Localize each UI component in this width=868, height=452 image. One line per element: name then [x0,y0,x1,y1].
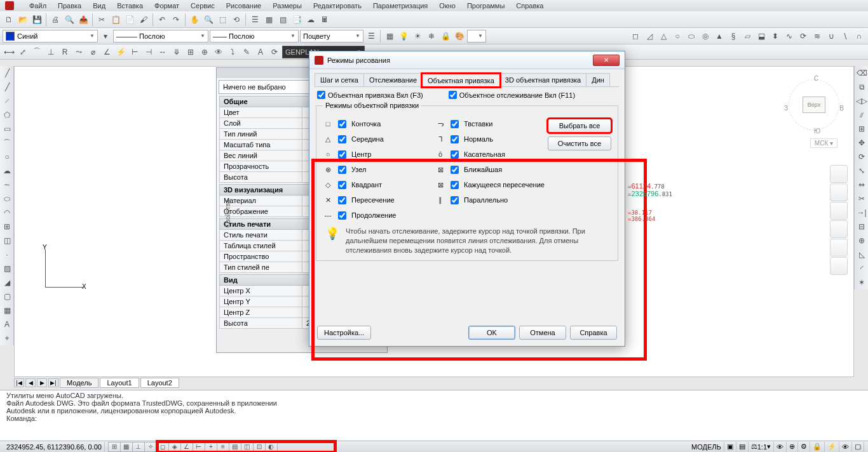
help-button[interactable]: Справка [570,326,617,340]
ellipse-icon[interactable]: ⬭ [1,192,13,205]
markup-icon[interactable]: ☁ [304,13,317,26]
am-mode-icon[interactable]: ◐ [265,442,278,452]
mtext-icon[interactable]: A [1,318,13,331]
rewind-icon[interactable] [830,257,848,275]
zoom-prev-icon[interactable]: ⟲ [230,13,243,26]
settings-button[interactable]: Настройка... [317,326,371,340]
menu-window[interactable]: Окно [439,2,456,10]
erase-icon[interactable]: ⌫ [855,67,868,79]
osnap-checkbox[interactable] [451,120,459,128]
cylinder-icon[interactable]: ⬭ [685,30,698,43]
tpy-mode-icon[interactable]: ▤ [229,442,241,452]
dim-baseline-icon[interactable]: ⊢ [128,46,141,58]
toolpal-icon[interactable]: ▤ [276,13,289,26]
light-icon[interactable]: 💡 [397,30,410,43]
osnap-checkbox[interactable] [451,150,459,159]
small-combo[interactable]: ▼ [467,30,486,43]
osnap-checkbox[interactable] [338,120,346,128]
showmotion-icon[interactable] [830,239,848,256]
menu-tools[interactable]: Сервис [191,2,215,10]
mirror-icon[interactable]: ◁▷ [855,95,868,107]
extend-icon[interactable]: →| [855,206,868,219]
hardware-accel-icon[interactable]: ⚡ [825,442,839,452]
annoscale-readout[interactable]: ⚖ 1:1 ▾ [749,442,774,452]
freeze-icon[interactable]: ❄ [425,30,438,43]
pan-icon[interactable]: ✋ [188,13,201,26]
osnap-checkbox[interactable] [338,150,346,159]
offset-icon[interactable]: ⫽ [855,109,868,121]
tab-nav-prev[interactable]: ◀ [25,378,36,387]
command-line[interactable]: Утилиты меню AutoCAD загружены. Файл Aut… [0,390,868,441]
workspace-icon[interactable]: ⚙ [798,442,810,452]
properties-icon[interactable]: ☰ [248,13,261,26]
pan-nav-icon[interactable] [830,183,848,201]
scale-icon[interactable]: ⤡ [855,164,868,177]
extrude-icon[interactable]: ⬓ [755,30,768,43]
dim-continue-icon[interactable]: ⊣ [142,46,155,58]
subtract-icon[interactable]: ∖ [839,30,851,43]
intersect-icon[interactable]: ∩ [853,30,865,43]
sphere-icon[interactable]: ○ [671,30,684,43]
preview-icon[interactable]: 🔍 [63,13,76,26]
centermark-icon[interactable]: ⊕ [198,46,211,58]
menu-view[interactable]: Вид [93,2,105,10]
layer-btn-icon[interactable]: ▾ [99,30,112,43]
layer-mgr-icon[interactable]: ▦ [383,30,396,43]
coord-system-label[interactable]: МСК ▾ [810,138,837,148]
pyramid-icon[interactable]: ▲ [713,30,726,43]
tab-layout1[interactable]: Layout1 [100,378,139,388]
circle-icon[interactable]: ○ [1,150,13,163]
dim-space-icon[interactable]: ↔ [156,46,169,58]
box-icon[interactable]: ◻ [629,30,642,43]
matchprop-icon[interactable]: 🖌 [137,13,150,26]
ellipsearc-icon[interactable]: ◠ [1,206,13,219]
new-icon[interactable]: 🗋 [3,13,15,26]
sun-icon[interactable]: ☀ [411,30,424,43]
menu-format[interactable]: Формат [154,2,179,10]
tab-dynamic[interactable]: Дин [586,73,610,86]
inspect-icon[interactable]: 👁 [212,46,225,58]
dim-aligned-icon[interactable]: ⤢ [17,46,29,58]
menu-programs[interactable]: Программы [467,2,505,10]
presspull-icon[interactable]: ⬍ [769,30,782,43]
break-icon[interactable]: ⊟ [855,220,868,233]
rotate-icon[interactable]: ⟳ [855,150,868,163]
tab-nav-first[interactable]: |◀ [14,378,24,387]
dim-radius-icon[interactable]: R [58,46,71,58]
clear-all-button[interactable]: Очистить все [548,136,611,150]
annoautoscale-icon[interactable]: ⊕ [787,442,798,452]
zoom-nav-icon[interactable] [830,202,848,220]
osnap-checkbox[interactable] [338,166,346,174]
wedge-icon[interactable]: ◿ [643,30,656,43]
dim-quick-icon[interactable]: ⚡ [114,46,127,58]
lineweight-combo[interactable]: —— Послою▼ [210,30,299,43]
ducs-mode-icon[interactable]: ⊢ [193,442,205,452]
dim-jogged-icon[interactable]: ⤳ [72,46,85,58]
revcloud-icon[interactable]: ☁ [1,164,13,177]
tab-osnap[interactable]: Объектная привязка [422,74,500,87]
trim-icon[interactable]: ✂ [855,192,868,205]
tab-nav-last[interactable]: ▶| [48,378,58,387]
quickview-layouts-icon[interactable]: ▣ [724,442,736,452]
zoom-win-icon[interactable]: ⬚ [216,13,229,26]
linetype-combo[interactable]: ——— Послою▼ [113,30,208,43]
dcenter-icon[interactable]: ▦ [262,13,275,26]
print-icon[interactable]: 🖨 [49,13,62,26]
navwheel-icon[interactable] [830,165,848,183]
revolve-icon[interactable]: ⟳ [797,30,810,43]
menu-edit[interactable]: Правка [58,2,81,10]
tab-model[interactable]: Модель [60,378,98,388]
select-all-button[interactable]: Выбрать все [548,119,611,133]
torus-icon[interactable]: ◎ [699,30,712,43]
osnap-checkbox[interactable] [451,135,459,143]
fillet-icon[interactable]: ◜ [855,262,868,275]
osnap-checkbox[interactable] [338,211,346,220]
grid-mode-icon[interactable]: ▦ [120,442,133,452]
gradient-icon[interactable]: ◢ [1,276,13,289]
dim-linear-icon[interactable]: ⟷ [3,46,15,58]
insertblk-icon[interactable]: ⊞ [1,220,13,233]
loft-icon[interactable]: ≋ [811,30,824,43]
menu-help[interactable]: Справка [516,2,543,10]
close-button[interactable]: ✕ [593,55,620,66]
toolbar-lock-icon[interactable]: 🔒 [810,442,825,452]
